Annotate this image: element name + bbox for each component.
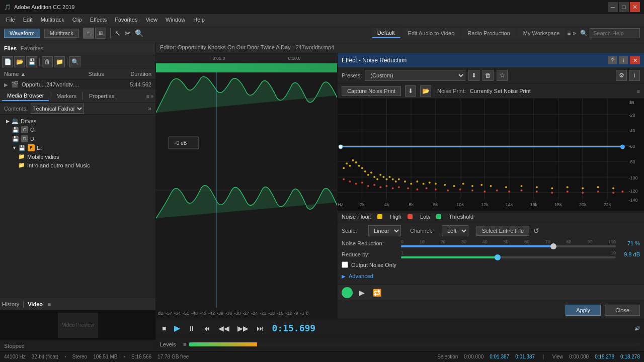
- files-tab[interactable]: Files: [4, 45, 17, 51]
- panel-more-icon[interactable]: »: [150, 93, 153, 99]
- workspace-my[interactable]: My Workspace: [518, 28, 566, 38]
- contents-more-icon[interactable]: »: [148, 105, 151, 112]
- tree-item-d[interactable]: 💾 D D:: [4, 134, 151, 143]
- video-menu-icon[interactable]: ≡: [48, 301, 51, 307]
- col-name[interactable]: Name ▲: [4, 71, 78, 77]
- razor-tool-icon[interactable]: ✂: [125, 29, 131, 37]
- prev-btn[interactable]: ⏮: [201, 323, 212, 333]
- close-dialog-button[interactable]: Close: [605, 305, 640, 316]
- tree-item-intro[interactable]: 📁 Intro and outro and Music: [4, 161, 151, 169]
- transport-vol-icon[interactable]: 🔊: [634, 326, 640, 331]
- workspace-default[interactable]: Default: [372, 28, 400, 38]
- open-file-btn[interactable]: 📂: [14, 56, 25, 67]
- effect-power-btn[interactable]: [342, 287, 353, 298]
- svg-text:-100: -100: [629, 175, 638, 180]
- menu-edit[interactable]: Edit: [19, 16, 37, 24]
- minimize-button[interactable]: ─: [608, 2, 618, 12]
- scale-select[interactable]: Linear: [368, 225, 401, 236]
- noise-floor-label: Noise Floor:: [342, 214, 371, 220]
- next-btn[interactable]: ⏭: [255, 323, 266, 333]
- tab-media-browser[interactable]: Media Browser: [2, 91, 49, 101]
- view-btn-1[interactable]: ≡: [83, 28, 94, 39]
- menu-clip[interactable]: Clip: [68, 16, 86, 24]
- stop-btn[interactable]: ■: [160, 323, 168, 333]
- pause-btn[interactable]: ⏸: [186, 323, 197, 333]
- search-icon[interactable]: 🔍: [580, 30, 588, 37]
- noise-legend: Noise Floor: High Low Threshold: [338, 211, 644, 222]
- folder-btn[interactable]: 📁: [54, 56, 65, 67]
- reduce-by-thumb[interactable]: [495, 254, 501, 260]
- drive-e-badge: E: [28, 144, 35, 151]
- capture-more-icon[interactable]: ≡: [637, 88, 640, 94]
- search-files-btn[interactable]: 🔍: [69, 56, 80, 67]
- capture-icon-btn[interactable]: ⬇: [405, 85, 416, 97]
- svg-point-73: [392, 187, 394, 189]
- levels-menu-icon[interactable]: ≡: [183, 341, 186, 347]
- maximize-button[interactable]: □: [619, 2, 629, 12]
- tree-item-mobile[interactable]: 📁 Mobile vidios: [4, 152, 151, 161]
- tree-item-c[interactable]: 💾 C C:: [4, 125, 151, 134]
- svg-point-90: [597, 191, 599, 193]
- select-tool-icon[interactable]: ↖: [115, 29, 121, 37]
- close-window-button[interactable]: ✕: [630, 2, 640, 12]
- presets-select[interactable]: (Custom): [365, 70, 465, 81]
- rwd-btn[interactable]: ◀◀: [216, 323, 231, 333]
- effect-info-btn[interactable]: ?: [608, 56, 617, 64]
- effect-settings-btn[interactable]: ⚙: [616, 70, 627, 81]
- workspace-radio[interactable]: Radio Production: [462, 28, 515, 38]
- tab-history[interactable]: History: [2, 301, 19, 307]
- delete-btn[interactable]: 🗑: [42, 56, 53, 67]
- delete-preset-btn[interactable]: 🗑: [482, 70, 494, 81]
- search-input[interactable]: [590, 28, 640, 38]
- effect-loop-btn[interactable]: 🔁: [371, 287, 383, 299]
- reset-btn[interactable]: ↺: [533, 227, 539, 235]
- save-btn[interactable]: 💾: [26, 56, 37, 67]
- select-entire-file-btn[interactable]: Select Entire File: [476, 226, 529, 236]
- effect-play-btn[interactable]: ▶: [356, 287, 368, 299]
- capture-noise-print-btn[interactable]: Capture Noise Print: [342, 86, 401, 96]
- tree-item-drives[interactable]: ▶ 💻 Drives: [4, 117, 151, 125]
- play-btn[interactable]: ▶: [172, 322, 182, 334]
- workspace-menu-icon[interactable]: ≡: [567, 30, 571, 37]
- effect-help-icon[interactable]: i: [619, 56, 628, 64]
- waveform-display[interactable]: +0 dB: [156, 72, 337, 308]
- favorites-tab[interactable]: Favorites: [21, 45, 43, 51]
- output-noise-checkbox[interactable]: [342, 261, 348, 268]
- svg-point-66: [349, 180, 351, 183]
- channel-select[interactable]: Left: [442, 225, 468, 236]
- waveform-mode-btn[interactable]: Waveform: [4, 29, 40, 38]
- effect-info-icon[interactable]: i: [629, 70, 640, 81]
- contents-select[interactable]: Technical Fakhar: [31, 104, 84, 114]
- zoom-tool-icon[interactable]: 🔍: [135, 29, 143, 37]
- multitrack-mode-btn[interactable]: Multitrack: [44, 29, 79, 38]
- effect-close-btn[interactable]: ✕: [630, 56, 640, 64]
- menu-help[interactable]: Help: [189, 16, 209, 24]
- save-preset-btn[interactable]: ⬇: [468, 70, 479, 81]
- bottom-actions: Apply Close: [338, 301, 644, 319]
- spectrum-svg: dB -20 -40 -60 -80 -100 -120 -140 Hz 2k …: [338, 99, 644, 211]
- noise-reduction-track[interactable]: [401, 245, 616, 247]
- file-item[interactable]: ▶ 🎬 Opportu...247worldtv.mp4 5:44.562: [0, 79, 155, 89]
- noise-reduction-thumb[interactable]: [550, 243, 556, 249]
- panel-menu-icon[interactable]: ≡: [146, 93, 149, 99]
- tab-markers[interactable]: Markers: [51, 92, 82, 101]
- new-file-btn[interactable]: 📄: [2, 56, 13, 67]
- reduce-by-track[interactable]: [401, 256, 616, 258]
- menu-window[interactable]: Window: [162, 16, 189, 24]
- tree-item-e[interactable]: ▼ 💾 E E:: [4, 143, 151, 152]
- workspace-more-icon[interactable]: »: [573, 30, 576, 37]
- capture-folder-btn[interactable]: 📂: [420, 85, 431, 97]
- tab-video[interactable]: Video: [28, 301, 43, 307]
- view-btn-2[interactable]: ⊞: [95, 28, 106, 39]
- tab-properties[interactable]: Properties: [84, 92, 119, 101]
- advanced-row[interactable]: ▶ Advanced: [342, 271, 640, 281]
- menu-favorites[interactable]: Favorites: [111, 16, 141, 24]
- menu-view[interactable]: View: [141, 16, 162, 24]
- apply-button[interactable]: Apply: [566, 305, 601, 316]
- fwd-btn[interactable]: ▶▶: [235, 323, 251, 333]
- menu-multitrack[interactable]: Multitrack: [37, 16, 68, 24]
- menu-file[interactable]: File: [2, 16, 19, 24]
- menu-effects[interactable]: Effects: [86, 16, 111, 24]
- star-preset-btn[interactable]: ☆: [497, 70, 508, 81]
- workspace-edit-audio[interactable]: Edit Audio to Video: [403, 28, 460, 38]
